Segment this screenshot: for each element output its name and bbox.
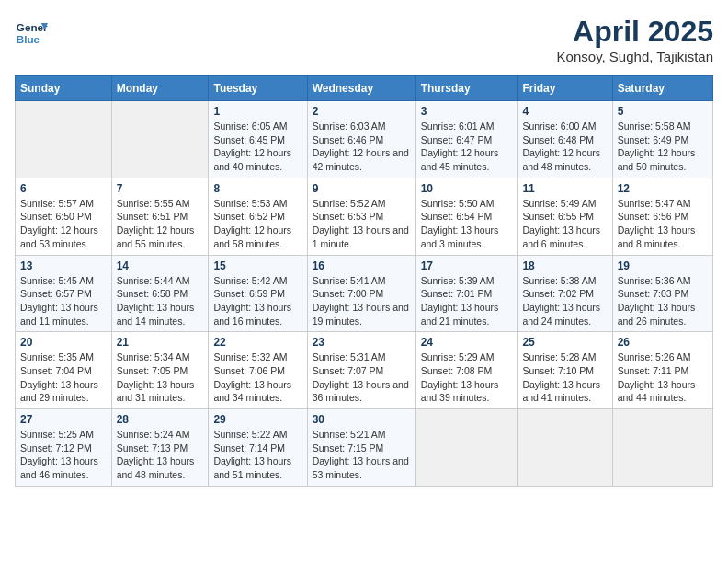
day-number: 17 bbox=[421, 259, 513, 272]
day-info: Sunrise: 5:44 AM Sunset: 6:58 PM Dayligh… bbox=[117, 274, 204, 328]
sunset-text: Sunset: 7:06 PM bbox=[213, 365, 285, 376]
sunset-text: Sunset: 6:56 PM bbox=[618, 211, 689, 222]
day-number: 10 bbox=[421, 182, 513, 195]
sunset-text: Sunset: 7:12 PM bbox=[20, 442, 92, 454]
day-info: Sunrise: 5:42 AM Sunset: 6:59 PM Dayligh… bbox=[213, 274, 301, 328]
day-number: 22 bbox=[213, 336, 301, 349]
sunset-text: Sunset: 7:07 PM bbox=[313, 365, 384, 376]
sunrise-text: Sunrise: 5:57 AM bbox=[20, 198, 94, 209]
day-info: Sunrise: 5:52 AM Sunset: 6:53 PM Dayligh… bbox=[313, 197, 411, 251]
sunset-text: Sunset: 6:48 PM bbox=[522, 134, 594, 145]
calendar-day-cell bbox=[518, 409, 612, 487]
day-info: Sunrise: 5:26 AM Sunset: 7:11 PM Dayligh… bbox=[618, 350, 708, 405]
day-number: 26 bbox=[618, 336, 708, 349]
daylight-text: Daylight: 12 hours and 58 minutes. bbox=[213, 224, 291, 249]
sunrise-text: Sunrise: 5:22 AM bbox=[213, 429, 287, 440]
calendar-day-cell: 22 Sunrise: 5:32 AM Sunset: 7:06 PM Dayl… bbox=[209, 332, 307, 409]
day-number: 13 bbox=[20, 259, 107, 272]
svg-text:General: General bbox=[17, 21, 48, 33]
daylight-text: Daylight: 13 hours and 3 minutes. bbox=[421, 224, 499, 249]
daylight-text: Daylight: 13 hours and 26 minutes. bbox=[618, 302, 696, 327]
sunset-text: Sunset: 7:05 PM bbox=[117, 365, 188, 376]
sunrise-text: Sunrise: 5:36 AM bbox=[618, 275, 691, 286]
sunset-text: Sunset: 6:59 PM bbox=[213, 288, 285, 299]
sunrise-text: Sunrise: 5:21 AM bbox=[313, 429, 386, 440]
calendar-day-cell: 18 Sunrise: 5:38 AM Sunset: 7:02 PM Dayl… bbox=[518, 255, 612, 332]
sunrise-text: Sunrise: 5:26 AM bbox=[618, 351, 691, 362]
daylight-text: Daylight: 12 hours and 48 minutes. bbox=[522, 147, 600, 172]
sunset-text: Sunset: 7:15 PM bbox=[313, 442, 384, 454]
day-number: 11 bbox=[522, 182, 607, 195]
calendar-day-cell: 17 Sunrise: 5:39 AM Sunset: 7:01 PM Dayl… bbox=[415, 255, 518, 332]
calendar-day-cell: 26 Sunrise: 5:26 AM Sunset: 7:11 PM Dayl… bbox=[612, 332, 712, 409]
calendar-day-cell: 1 Sunrise: 6:05 AM Sunset: 6:45 PM Dayli… bbox=[209, 101, 307, 178]
calendar-day-cell: 27 Sunrise: 5:25 AM Sunset: 7:12 PM Dayl… bbox=[16, 409, 112, 487]
sunset-text: Sunset: 6:50 PM bbox=[20, 211, 92, 222]
sunset-text: Sunset: 6:49 PM bbox=[618, 134, 689, 145]
calendar-day-cell: 30 Sunrise: 5:21 AM Sunset: 7:15 PM Dayl… bbox=[307, 409, 415, 487]
svg-text:Blue: Blue bbox=[17, 33, 40, 45]
sunset-text: Sunset: 6:54 PM bbox=[421, 211, 493, 222]
title-block: April 2025 Konsoy, Sughd, Tajikistan bbox=[557, 15, 713, 64]
day-number: 24 bbox=[421, 336, 513, 349]
sunrise-text: Sunrise: 6:00 AM bbox=[522, 121, 596, 132]
day-number: 2 bbox=[313, 105, 411, 118]
daylight-text: Daylight: 13 hours and 36 minutes. bbox=[313, 379, 409, 404]
day-info: Sunrise: 6:00 AM Sunset: 6:48 PM Dayligh… bbox=[522, 120, 607, 174]
sunset-text: Sunset: 6:51 PM bbox=[117, 211, 188, 222]
sunset-text: Sunset: 7:02 PM bbox=[522, 288, 594, 299]
logo: General Blue bbox=[15, 15, 48, 48]
calendar-day-cell: 21 Sunrise: 5:34 AM Sunset: 7:05 PM Dayl… bbox=[111, 332, 209, 409]
day-info: Sunrise: 5:36 AM Sunset: 7:03 PM Dayligh… bbox=[618, 274, 708, 328]
daylight-text: Daylight: 12 hours and 45 minutes. bbox=[421, 147, 499, 172]
sunrise-text: Sunrise: 5:38 AM bbox=[522, 275, 596, 286]
calendar-day-cell bbox=[111, 101, 209, 178]
header-saturday: Saturday bbox=[612, 76, 712, 101]
day-info: Sunrise: 5:29 AM Sunset: 7:08 PM Dayligh… bbox=[421, 350, 513, 405]
sunrise-text: Sunrise: 5:58 AM bbox=[618, 121, 691, 132]
calendar-header: Sunday Monday Tuesday Wednesday Thursday… bbox=[16, 76, 713, 101]
calendar-week-row: 13 Sunrise: 5:45 AM Sunset: 6:57 PM Dayl… bbox=[16, 255, 713, 332]
sunrise-text: Sunrise: 5:24 AM bbox=[117, 429, 190, 440]
calendar-day-cell bbox=[612, 409, 712, 487]
sunset-text: Sunset: 7:04 PM bbox=[20, 365, 92, 376]
daylight-text: Daylight: 13 hours and 31 minutes. bbox=[117, 379, 195, 404]
sunset-text: Sunset: 7:08 PM bbox=[421, 365, 493, 376]
sunrise-text: Sunrise: 5:47 AM bbox=[618, 198, 691, 209]
sunset-text: Sunset: 6:46 PM bbox=[313, 134, 384, 145]
sunset-text: Sunset: 6:55 PM bbox=[522, 211, 594, 222]
day-info: Sunrise: 5:35 AM Sunset: 7:04 PM Dayligh… bbox=[20, 350, 107, 405]
daylight-text: Daylight: 12 hours and 53 minutes. bbox=[20, 224, 98, 249]
page-header: General Blue April 2025 Konsoy, Sughd, T… bbox=[15, 15, 713, 64]
sunrise-text: Sunrise: 6:03 AM bbox=[313, 121, 386, 132]
sunrise-text: Sunrise: 5:34 AM bbox=[117, 351, 190, 362]
calendar-week-row: 20 Sunrise: 5:35 AM Sunset: 7:04 PM Dayl… bbox=[16, 332, 713, 409]
sunrise-text: Sunrise: 5:55 AM bbox=[117, 198, 190, 209]
sunset-text: Sunset: 7:13 PM bbox=[117, 442, 188, 454]
day-number: 1 bbox=[213, 105, 301, 118]
day-info: Sunrise: 5:57 AM Sunset: 6:50 PM Dayligh… bbox=[20, 197, 107, 251]
calendar-week-row: 1 Sunrise: 6:05 AM Sunset: 6:45 PM Dayli… bbox=[16, 101, 713, 178]
day-number: 28 bbox=[117, 413, 204, 426]
sunrise-text: Sunrise: 5:45 AM bbox=[20, 275, 94, 286]
daylight-text: Daylight: 13 hours and 21 minutes. bbox=[421, 302, 499, 327]
sunrise-text: Sunrise: 5:31 AM bbox=[313, 351, 386, 362]
daylight-text: Daylight: 13 hours and 51 minutes. bbox=[213, 455, 291, 480]
calendar-day-cell: 25 Sunrise: 5:28 AM Sunset: 7:10 PM Dayl… bbox=[518, 332, 612, 409]
sunset-text: Sunset: 7:00 PM bbox=[313, 288, 384, 299]
day-info: Sunrise: 5:32 AM Sunset: 7:06 PM Dayligh… bbox=[213, 350, 301, 405]
day-info: Sunrise: 5:55 AM Sunset: 6:51 PM Dayligh… bbox=[117, 197, 204, 251]
day-info: Sunrise: 5:41 AM Sunset: 7:00 PM Dayligh… bbox=[313, 274, 411, 328]
day-number: 15 bbox=[213, 259, 301, 272]
sunrise-text: Sunrise: 5:42 AM bbox=[213, 275, 287, 286]
day-info: Sunrise: 6:01 AM Sunset: 6:47 PM Dayligh… bbox=[421, 120, 513, 174]
sunrise-text: Sunrise: 5:49 AM bbox=[522, 198, 596, 209]
sunset-text: Sunset: 7:14 PM bbox=[213, 442, 285, 454]
location-title: Konsoy, Sughd, Tajikistan bbox=[557, 49, 713, 64]
daylight-text: Daylight: 13 hours and 24 minutes. bbox=[522, 302, 600, 327]
sunset-text: Sunset: 6:47 PM bbox=[421, 134, 493, 145]
day-info: Sunrise: 6:03 AM Sunset: 6:46 PM Dayligh… bbox=[313, 120, 411, 174]
day-number: 20 bbox=[20, 336, 107, 349]
day-number: 30 bbox=[313, 413, 411, 426]
sunset-text: Sunset: 6:45 PM bbox=[213, 134, 285, 145]
